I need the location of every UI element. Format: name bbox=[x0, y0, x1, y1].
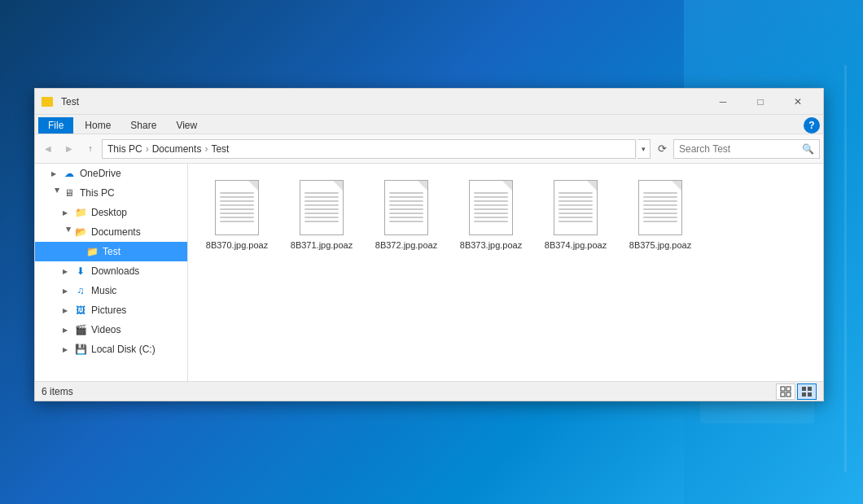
breadcrumb-documents: Documents bbox=[152, 143, 202, 155]
folder-icon-desktop: 📁 bbox=[74, 206, 87, 219]
main-area: ▶ ☁ OneDrive ▶ 🖥 This PC ▶ 📁 Desktop ▶ 📂… bbox=[35, 164, 823, 381]
help-button[interactable]: ? bbox=[804, 117, 820, 134]
up-button[interactable]: ↑ bbox=[81, 139, 100, 159]
breadcrumb-dropdown[interactable]: ▾ bbox=[637, 139, 651, 159]
address-bar: ◀ ▶ ↑ This PC › Documents › Test ▾ ⟳ 🔍 bbox=[35, 134, 823, 164]
chevron-music: ▶ bbox=[63, 287, 74, 295]
view-details-button[interactable] bbox=[776, 383, 795, 400]
search-icon[interactable]: 🔍 bbox=[802, 143, 814, 155]
file-fold bbox=[418, 181, 427, 191]
sidebar-item-localdisk[interactable]: ▶ 💾 Local Disk (C:) bbox=[35, 340, 187, 359]
sidebar-item-music[interactable]: ▶ ♫ Music bbox=[35, 281, 187, 300]
sidebar-label-desktop: Desktop bbox=[91, 207, 127, 218]
file-area: 8B370.jpg.poaz 8B371.jpg.poaz bbox=[188, 164, 823, 381]
file-item[interactable]: 8B370.jpg.poaz bbox=[196, 172, 278, 256]
file-name: 8B372.jpg.poaz bbox=[375, 240, 437, 250]
sidebar-item-documents[interactable]: ▶ 📂 Documents bbox=[35, 222, 187, 242]
tab-view[interactable]: View bbox=[166, 117, 207, 134]
file-item[interactable]: 8B375.jpg.poaz bbox=[620, 172, 701, 256]
breadcrumb-sep2: › bbox=[204, 143, 208, 155]
sidebar-item-test[interactable]: 📁 Test bbox=[35, 242, 187, 261]
chevron-desktop: ▶ bbox=[63, 209, 74, 217]
file-icon bbox=[636, 178, 685, 237]
svg-rect-1 bbox=[786, 387, 791, 391]
file-icon bbox=[467, 178, 515, 237]
view-buttons bbox=[776, 383, 817, 400]
file-page bbox=[469, 180, 513, 235]
chevron-videos: ▶ bbox=[63, 327, 74, 334]
window-title: Test bbox=[61, 96, 704, 107]
file-item[interactable]: 8B372.jpg.poaz bbox=[366, 172, 447, 256]
tab-file[interactable]: File bbox=[38, 117, 73, 134]
minimize-button[interactable]: ─ bbox=[704, 89, 742, 115]
chevron-documents: ▶ bbox=[65, 226, 72, 238]
chevron-localdisk: ▶ bbox=[63, 346, 74, 353]
file-lines bbox=[304, 192, 339, 225]
file-fold bbox=[672, 181, 681, 191]
svg-rect-0 bbox=[781, 387, 785, 391]
details-grid-icon bbox=[780, 386, 791, 397]
file-fold bbox=[333, 181, 343, 191]
status-bar: 6 items bbox=[35, 381, 823, 401]
file-page bbox=[215, 180, 259, 235]
sidebar-item-onedrive[interactable]: ▶ ☁ OneDrive bbox=[35, 164, 187, 183]
file-item[interactable]: 8B371.jpg.poaz bbox=[281, 172, 362, 256]
sidebar-item-thispc[interactable]: ▶ 🖥 This PC bbox=[35, 183, 187, 203]
cloud-icon: ☁ bbox=[63, 167, 76, 180]
file-item[interactable]: 8B373.jpg.poaz bbox=[450, 172, 532, 256]
pictures-icon: 🖼 bbox=[74, 304, 87, 317]
tab-share[interactable]: Share bbox=[120, 117, 166, 134]
maximize-button[interactable]: □ bbox=[742, 89, 779, 115]
file-name: 8B371.jpg.poaz bbox=[291, 240, 353, 250]
refresh-button[interactable]: ⟳ bbox=[652, 139, 672, 159]
file-lines bbox=[389, 192, 423, 225]
search-bar[interactable]: 🔍 bbox=[673, 139, 820, 159]
title-icon bbox=[42, 96, 56, 107]
breadcrumb-test: Test bbox=[211, 143, 229, 155]
sidebar-label-pictures: Pictures bbox=[91, 305, 126, 316]
sidebar-label-videos: Videos bbox=[91, 324, 120, 335]
file-name: 8B373.jpg.poaz bbox=[460, 240, 522, 250]
view-tiles-button[interactable] bbox=[797, 383, 817, 400]
sidebar-item-downloads[interactable]: ▶ ⬇ Downloads bbox=[35, 261, 187, 281]
file-fold bbox=[248, 181, 258, 191]
file-page bbox=[554, 180, 598, 235]
sidebar-item-pictures[interactable]: ▶ 🖼 Pictures bbox=[35, 300, 187, 320]
svg-rect-3 bbox=[786, 392, 791, 397]
svg-rect-4 bbox=[802, 387, 806, 391]
window-controls: ─ □ ✕ bbox=[704, 89, 817, 115]
file-icon bbox=[551, 178, 600, 237]
breadcrumb[interactable]: This PC › Documents › Test bbox=[102, 139, 636, 159]
tab-home[interactable]: Home bbox=[75, 117, 120, 134]
ribbon-tabs: File Home Share View ? bbox=[35, 115, 823, 134]
close-button[interactable]: ✕ bbox=[779, 89, 817, 115]
sidebar-label-music: Music bbox=[91, 285, 116, 296]
file-icon bbox=[297, 178, 346, 237]
file-name: 8B375.jpg.poaz bbox=[629, 240, 691, 250]
file-name: 8B374.jpg.poaz bbox=[545, 240, 607, 250]
file-fold bbox=[587, 181, 597, 191]
back-button[interactable]: ◀ bbox=[38, 139, 58, 159]
sidebar-item-desktop[interactable]: ▶ 📁 Desktop bbox=[35, 203, 187, 222]
breadcrumb-sep1: › bbox=[146, 143, 149, 155]
pc-icon: 🖥 bbox=[63, 186, 76, 199]
file-lines bbox=[643, 192, 677, 225]
file-item[interactable]: 8B374.jpg.poaz bbox=[535, 172, 616, 256]
file-page bbox=[638, 180, 682, 235]
chevron-onedrive: ▶ bbox=[51, 170, 63, 177]
file-lines bbox=[559, 192, 593, 225]
breadcrumb-thispc: This PC bbox=[107, 143, 142, 155]
file-page bbox=[300, 180, 344, 235]
sidebar-item-videos[interactable]: ▶ 🎬 Videos bbox=[35, 320, 187, 340]
file-icon bbox=[212, 178, 261, 237]
forward-button[interactable]: ▶ bbox=[59, 139, 79, 159]
chevron-thispc: ▶ bbox=[54, 187, 61, 199]
search-input[interactable] bbox=[679, 143, 802, 155]
sidebar-label-thispc: This PC bbox=[80, 187, 115, 199]
drive-icon: 💾 bbox=[74, 343, 87, 356]
file-icon bbox=[382, 178, 431, 237]
chevron-pictures: ▶ bbox=[63, 307, 74, 314]
sidebar: ▶ ☁ OneDrive ▶ 🖥 This PC ▶ 📁 Desktop ▶ 📂… bbox=[35, 164, 188, 381]
file-lines bbox=[474, 192, 508, 225]
sidebar-label-documents: Documents bbox=[91, 226, 141, 238]
